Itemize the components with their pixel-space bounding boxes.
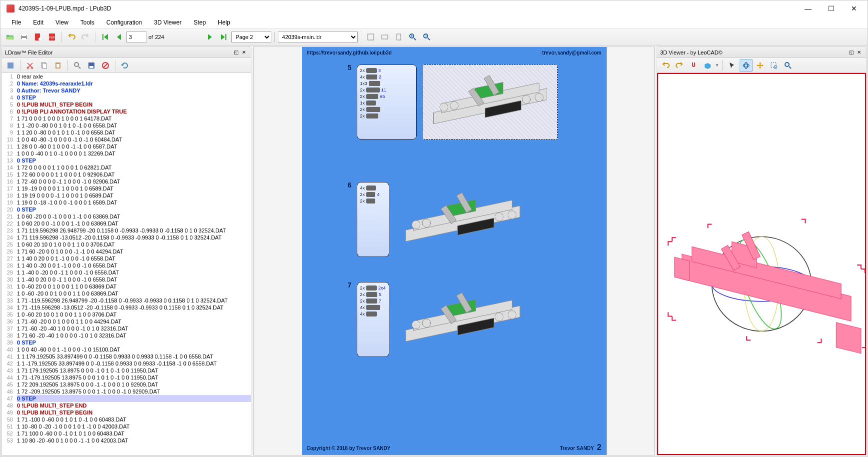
editor-line[interactable]: 10 rear axle bbox=[2, 73, 251, 80]
editor-line[interactable]: 441 71 -179.192505 13.8975 0 0 0 1 0 1 0… bbox=[2, 374, 251, 381]
viewer-select-button[interactable] bbox=[726, 59, 739, 72]
editor-copy-button[interactable] bbox=[37, 59, 50, 72]
menu-edit[interactable]: Edit bbox=[28, 18, 48, 27]
editor-line[interactable]: 291 1 -40 0 -20 0 0 -1 1 0 0 0 -1 0 6558… bbox=[2, 269, 251, 276]
menu-step[interactable]: Step bbox=[188, 18, 211, 27]
editor-line[interactable]: 390 STEP bbox=[2, 339, 251, 346]
editor-line[interactable]: 71 71 0 0 0 1 0 0 0 1 0 0 0 1 64178.DAT bbox=[2, 115, 251, 122]
editor-line[interactable]: 20 Name: 42039s-rearaxle1.ldr bbox=[2, 80, 251, 87]
assembly-image[interactable] bbox=[423, 64, 558, 140]
editor-line[interactable]: 470 STEP bbox=[2, 395, 251, 402]
assembly-image[interactable] bbox=[395, 282, 530, 357]
editor-line[interactable]: 200 STEP bbox=[2, 206, 251, 213]
first-page-button[interactable] bbox=[98, 30, 111, 44]
undo-button[interactable] bbox=[65, 30, 78, 44]
editor-line[interactable]: 461 72 -209.192505 13.8975 0 0 0 1 -1 0 … bbox=[2, 388, 251, 395]
editor-line[interactable]: 421 1 -179.192505 33.897499 0 0 -0.1158 … bbox=[2, 360, 251, 367]
editor-line[interactable]: 431 71 179.192505 13.8975 0 0 0 -1 0 1 0… bbox=[2, 367, 251, 374]
editor-line[interactable]: 281 1 40 0 -20 0 0 1 -1 0 0 0 -1 0 6558.… bbox=[2, 262, 251, 269]
editor-paste-button[interactable] bbox=[51, 59, 64, 72]
editor-line[interactable]: 331 71 -119.596298 26.948799 -20 -0.1158… bbox=[2, 297, 251, 304]
editor-float-button[interactable]: ◱ bbox=[232, 49, 240, 56]
editor-save-button[interactable] bbox=[85, 59, 98, 72]
menu-3dviewer[interactable]: 3D Viewer bbox=[149, 18, 186, 27]
menu-view[interactable]: View bbox=[50, 18, 73, 27]
viewer-header[interactable]: 3D Viewer - by LeoCAD© ◱ ✕ bbox=[657, 47, 866, 58]
minimize-button[interactable]: — bbox=[797, 1, 820, 16]
viewer-undo-button[interactable] bbox=[659, 59, 672, 72]
editor-line[interactable]: 311 0 -60 20 0 0 1 0 0 0 1 1 0 0 63869.D… bbox=[2, 283, 251, 290]
page-preview[interactable]: https://trevorsandy.github.io/lpub3d tre… bbox=[253, 46, 655, 456]
editor-line[interactable]: 361 71 -60 -20 0 0 1 0 0 0 1 1 0 0 44294… bbox=[2, 318, 251, 325]
fit-width-button[interactable] bbox=[378, 30, 391, 44]
editor-line[interactable]: 181 19 19 0 0 0 0 -1 1 0 0 0 1 0 6589.DA… bbox=[2, 192, 251, 199]
editor-line[interactable]: 261 71 60 -20 0 0 1 0 0 0 -1 -1 0 0 4429… bbox=[2, 248, 251, 255]
editor-line[interactable]: 151 72 60 0 0 0 0 1 1 0 0 0 1 0 92906.DA… bbox=[2, 171, 251, 178]
editor-select-button[interactable] bbox=[4, 59, 17, 72]
editor-line[interactable]: 111 28 0 0 -60 0 1 0 0 0 -1 -1 0 0 6587.… bbox=[2, 143, 251, 150]
editor-line[interactable]: 271 1 40 0 20 0 0 1 -1 0 0 0 -1 0 6558.D… bbox=[2, 255, 251, 262]
menu-tools[interactable]: Tools bbox=[75, 18, 99, 27]
editor-line[interactable]: 241 71 119.596298 -13.0512 -20 0.1158 0 … bbox=[2, 234, 251, 241]
editor-line[interactable]: 321 0 -60 -20 0 0 1 0 0 0 1 1 0 0 63869.… bbox=[2, 290, 251, 297]
editor-line[interactable]: 141 72 0 0 0 0 0 1 1 0 0 0 1 0 62821.DAT bbox=[2, 164, 251, 171]
editor-line[interactable]: 351 0 -60 20 10 0 1 0 0 0 1 1 0 0 3706.D… bbox=[2, 311, 251, 318]
editor-line[interactable]: 121 0 0 0 -40 0 1 0 -1 0 0 0 0 1 32269.D… bbox=[2, 150, 251, 157]
editor-line[interactable]: 251 0 60 20 10 0 1 0 0 0 1 1 0 0 3706.DA… bbox=[2, 241, 251, 248]
last-page-button[interactable] bbox=[217, 30, 230, 44]
menu-configuration[interactable]: Configuration bbox=[101, 18, 147, 27]
zoom-in-button[interactable] bbox=[406, 30, 419, 44]
editor-line[interactable]: 171 19 -19 0 0 0 0 1 1 0 0 0 1 0 6589.DA… bbox=[2, 185, 251, 192]
editor-line[interactable]: 381 71 60 -20 -40 1 0 0 0 0 -1 0 1 0 323… bbox=[2, 332, 251, 339]
viewer-redo-button[interactable] bbox=[673, 59, 686, 72]
editor-close-button[interactable]: ✕ bbox=[240, 49, 248, 56]
editor-line[interactable]: 531 10 80 -20 -60 0 1 0 0 0 -1 -1 0 0 42… bbox=[2, 437, 251, 444]
editor-line[interactable]: 231 71 119.596298 26.948799 -20 0.1158 0… bbox=[2, 227, 251, 234]
editor-line[interactable]: 161 72 -60 0 0 0 0 -1 1 0 0 0 -1 0 92906… bbox=[2, 178, 251, 185]
close-button[interactable]: ✕ bbox=[843, 1, 866, 16]
redo-button[interactable] bbox=[79, 30, 92, 44]
editor-line[interactable]: 81 1 -20 0 -80 0 0 1 0 1 0 -1 0 0 6558.D… bbox=[2, 122, 251, 129]
pli-box[interactable]: 2x2x42x52x74x4x bbox=[357, 282, 389, 357]
editor-line[interactable]: 401 0 0 40 -60 0 0 1 -1 0 0 0 -1 0 15100… bbox=[2, 346, 251, 353]
editor-line[interactable]: 130 STEP bbox=[2, 157, 251, 164]
viewer-brick-button[interactable] bbox=[701, 59, 714, 72]
viewer-pan-button[interactable] bbox=[754, 59, 767, 72]
viewer-rotate-button[interactable] bbox=[740, 59, 753, 72]
pdf-export-button[interactable]: PDF bbox=[45, 30, 58, 44]
viewer-close-button[interactable]: ✕ bbox=[855, 49, 863, 56]
next-page-button[interactable] bbox=[203, 30, 216, 44]
editor-line[interactable]: 341 71 -119.596298 -13.0512 -20 -0.1158 … bbox=[2, 304, 251, 311]
editor-line[interactable]: 50 !LPUB MULTI_STEP BEGIN bbox=[2, 101, 251, 108]
viewer-zoom-button[interactable] bbox=[782, 59, 795, 72]
editor-line[interactable]: 301 1 -40 0 20 0 0 -1 1 0 0 0 -1 0 6558.… bbox=[2, 276, 251, 283]
editor-line[interactable]: 451 72 209.192505 13.8975 0 0 0 -1 -1 0 … bbox=[2, 381, 251, 388]
step-group[interactable]: 72x2x42x52x74x4x bbox=[357, 282, 530, 357]
actual-size-button[interactable] bbox=[392, 30, 405, 44]
pdf-preview-button[interactable] bbox=[31, 30, 44, 44]
editor-line[interactable]: 91 1 20 0 -80 0 0 1 0 1 0 -1 0 0 6558.DA… bbox=[2, 129, 251, 136]
editor-line[interactable]: 40 STEP bbox=[2, 94, 251, 101]
pli-box[interactable]: 2x34x21x32x112x#51x2x2x bbox=[357, 64, 417, 140]
assembly-image[interactable] bbox=[395, 182, 530, 257]
viewer-snap-button[interactable] bbox=[687, 59, 700, 72]
editor-line[interactable]: 411 1 179.192505 33.897499 0 0 -0.1158 0… bbox=[2, 353, 251, 360]
editor-line[interactable]: 371 71 -60 -20 -40 1 0 0 0 0 -1 0 1 0 32… bbox=[2, 325, 251, 332]
editor-line[interactable]: 211 0 60 -20 0 0 -1 0 0 0 1 -1 0 0 63869… bbox=[2, 213, 251, 220]
editor-line[interactable]: 501 71 -100 0 -60 0 0 1 0 1 0 -1 0 0 604… bbox=[2, 416, 251, 423]
zoom-out-button[interactable] bbox=[420, 30, 433, 44]
print-button[interactable] bbox=[17, 30, 30, 44]
step-group[interactable]: 52x34x21x32x112x#51x2x2x bbox=[357, 64, 558, 140]
viewer-zoom-region-button[interactable] bbox=[768, 59, 781, 72]
editor-line[interactable]: 30 Author: Trevor SANDY bbox=[2, 87, 251, 94]
maximize-button[interactable]: ☐ bbox=[820, 1, 843, 16]
editor-line[interactable]: 490 !LPUB MULTI_STEP BEGIN bbox=[2, 409, 251, 416]
step-group[interactable]: 64x2x42x bbox=[357, 182, 530, 257]
editor-line[interactable]: 480 !LPUB MULTI_STEP END bbox=[2, 402, 251, 409]
page-current-input[interactable] bbox=[126, 32, 146, 42]
prev-page-button[interactable] bbox=[112, 30, 125, 44]
menu-file[interactable]: File bbox=[6, 18, 26, 27]
editor-line[interactable]: 511 10 -80 0 -20 -1 0 0 0 1 0 1 -1 0 0 4… bbox=[2, 423, 251, 430]
page-select[interactable]: Page 2 bbox=[231, 32, 271, 42]
open-button[interactable] bbox=[3, 30, 16, 44]
